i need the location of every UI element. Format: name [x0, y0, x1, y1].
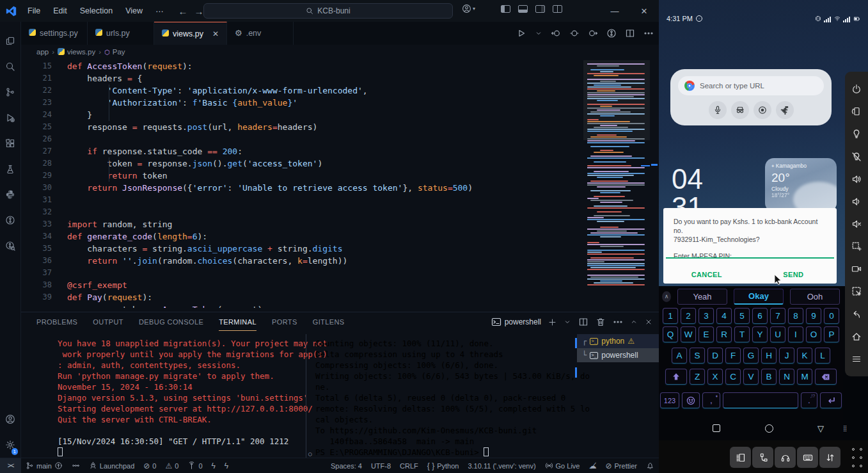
rotate-button[interactable]	[851, 106, 862, 116]
panel-tab-debug-console[interactable]: DEBUG CONSOLE	[139, 318, 203, 326]
home-button[interactable]	[765, 424, 773, 433]
code-area[interactable]: 15def AccessToken(request):21 headers = …	[21, 59, 583, 312]
enter-key[interactable]	[820, 392, 842, 408]
terminal-pane-right[interactable]: Counting objects: 100% (11/11), done.Del…	[306, 332, 577, 458]
menu-item-[interactable]: ⋯	[150, 4, 170, 18]
key-o[interactable]: O	[806, 326, 821, 342]
panel-tab-terminal[interactable]: TERMINAL	[219, 318, 256, 331]
key-g[interactable]: G	[743, 348, 759, 364]
key-f[interactable]: F	[725, 348, 741, 364]
command-center-search[interactable]: KCB-buni	[203, 3, 453, 19]
key-8[interactable]: 8	[788, 308, 803, 324]
breadcrumb[interactable]: app›views.py›⬡Pay	[21, 45, 659, 59]
key-x[interactable]: X	[707, 369, 723, 385]
activity-debug-icon[interactable]	[0, 105, 20, 131]
keyboard-collapse-button[interactable]: ∧	[662, 291, 671, 302]
vol-lo-button[interactable]	[851, 196, 862, 207]
transfer-button[interactable]	[819, 447, 840, 468]
bt-audio-button[interactable]	[775, 447, 796, 468]
statusbar-go-live[interactable]: Go Live	[541, 461, 585, 470]
panel-tab-ports[interactable]: PORTS	[272, 318, 297, 326]
key-q[interactable]: Q	[663, 326, 678, 342]
key-w[interactable]: W	[681, 326, 696, 342]
bulb-off-button[interactable]	[851, 152, 862, 162]
home-button[interactable]	[851, 332, 862, 342]
customize-layout-button[interactable]	[553, 5, 562, 13]
key-i[interactable]: I	[788, 326, 803, 342]
menu-item-file[interactable]: File	[22, 4, 46, 18]
maximize-panel-button[interactable]	[630, 318, 638, 326]
remote-indicator[interactable]: ><	[0, 458, 21, 473]
close-panel-button[interactable]	[645, 318, 652, 326]
cancel-button[interactable]: CANCEL	[663, 271, 750, 278]
activity-flask-icon[interactable]	[0, 156, 20, 182]
activity-files-icon[interactable]	[0, 28, 20, 54]
panel-tab-problems[interactable]: PROBLEMS	[36, 318, 77, 326]
statusbar-item[interactable]: ϟ	[220, 458, 233, 473]
period-key[interactable]: .,!?	[801, 392, 817, 408]
comma-key[interactable]: ,♦	[702, 392, 720, 408]
statusbar-python[interactable]: { }Python	[423, 462, 464, 470]
key-3[interactable]: 3	[698, 308, 714, 324]
weather-widget[interactable]: ⌖ Kamagambo 20° Cloudy 18°/27°	[765, 158, 837, 212]
key-z[interactable]: Z	[690, 369, 705, 385]
split-button[interactable]	[625, 28, 635, 38]
run-button[interactable]	[516, 28, 526, 38]
new-terminal-button[interactable]	[548, 318, 556, 326]
statusbar-spaces-4[interactable]: Spaces: 4	[326, 462, 367, 470]
tab-views-py[interactable]: views.py✕	[154, 22, 227, 45]
statusbar-0[interactable]: 0	[183, 458, 207, 473]
space-key[interactable]	[723, 392, 798, 408]
split-terminal-button[interactable]	[578, 317, 588, 327]
panelbtn-button[interactable]	[730, 447, 751, 468]
key-4[interactable]: 4	[716, 308, 732, 324]
key-9[interactable]: 9	[806, 308, 821, 324]
incognito-button[interactable]	[731, 101, 749, 119]
panel-more-button[interactable]	[613, 317, 623, 327]
statusbar-3.10.11-.venv-venv-[interactable]: 3.10.11 ('.venv': venv)	[463, 462, 540, 470]
key-k[interactable]: K	[797, 348, 812, 364]
key-0[interactable]: 0	[824, 308, 839, 324]
key-6[interactable]: 6	[752, 308, 768, 324]
key-a[interactable]: A	[672, 348, 687, 364]
minimap[interactable]	[583, 59, 659, 312]
history-forward-button[interactable]: →	[194, 6, 204, 17]
vol-mute-button[interactable]	[851, 219, 862, 229]
minimize-button[interactable]: —	[600, 6, 629, 16]
suggestion-yeah[interactable]: Yeah	[677, 289, 727, 305]
tab-settings-py[interactable]: settings.py	[21, 22, 88, 45]
key-p[interactable]: P	[824, 326, 839, 342]
breadcrumb-item[interactable]: ⬡Pay	[104, 48, 125, 56]
statusbar-launchpad[interactable]: Launchpad	[84, 458, 139, 473]
breadcrumb-item[interactable]: app	[36, 48, 49, 56]
terminal-pane-left[interactable]: You have 18 unapplied migration(s). Your…	[21, 332, 306, 458]
breadcrumb-item[interactable]: views.py	[58, 48, 95, 56]
activity-search-icon[interactable]	[0, 54, 20, 79]
activity-account-icon[interactable]	[0, 406, 20, 432]
lens-button[interactable]	[754, 101, 771, 119]
key-2[interactable]: 2	[681, 308, 696, 324]
symbols-key[interactable]: 123	[660, 392, 679, 408]
close-button[interactable]: ✕	[629, 6, 659, 16]
dino-button[interactable]	[776, 101, 794, 119]
statusbar-main[interactable]: main	[21, 458, 67, 473]
power-button[interactable]	[851, 84, 862, 94]
keyboard-switch-icon[interactable]: ⣿	[843, 425, 848, 431]
toggle-secondary-sidebar-button[interactable]	[535, 5, 545, 13]
back-button[interactable]	[851, 309, 862, 319]
activity-gear-big-icon[interactable]: 1	[0, 432, 20, 458]
nav-forward-button[interactable]	[588, 28, 598, 38]
back-button[interactable]: ▽	[817, 424, 824, 433]
profile-button[interactable]: ▾	[462, 4, 475, 13]
menu-item-edit[interactable]: Edit	[47, 4, 73, 18]
recents-button[interactable]	[713, 424, 720, 432]
kbdicon-button[interactable]	[797, 447, 818, 468]
key-j[interactable]: J	[779, 348, 794, 364]
key-u[interactable]: U	[770, 326, 785, 342]
chevron-down-button[interactable]	[535, 29, 542, 37]
statusbar-item[interactable]: ϟ	[207, 458, 220, 473]
statusbar-bell[interactable]	[642, 461, 659, 470]
statusbar-prettier[interactable]: ⊘Prettier	[601, 462, 642, 470]
more-button[interactable]	[643, 28, 654, 38]
key-h[interactable]: H	[761, 348, 777, 364]
